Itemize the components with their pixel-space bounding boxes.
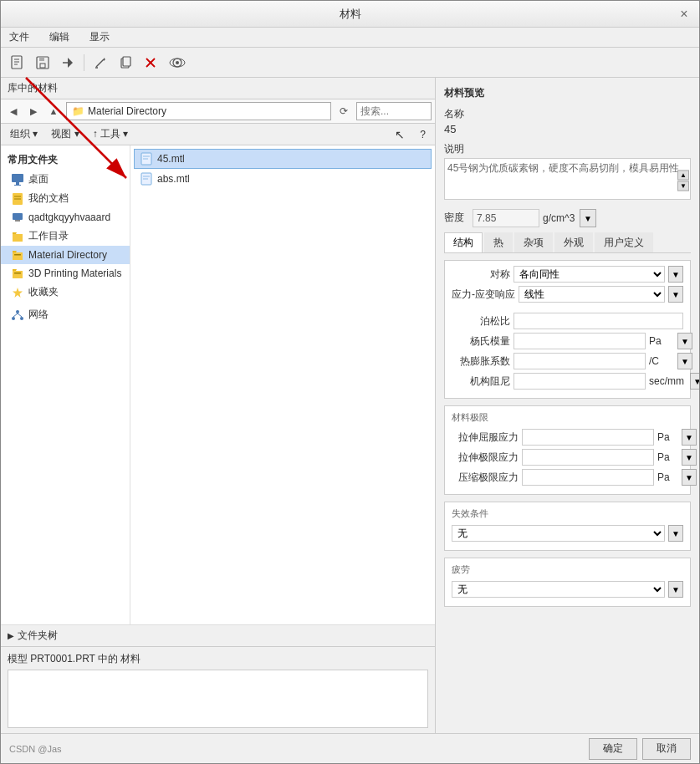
cancel-button[interactable]: 取消 — [642, 738, 691, 760]
file-list[interactable]: 45.mtl abs.mtl — [130, 145, 435, 624]
sidebar-label-3d-printing: 3D Printing Materials — [28, 267, 121, 279]
tools-button[interactable]: ↑ 工具 ▾ — [87, 125, 135, 144]
close-button[interactable]: × — [676, 6, 692, 23]
menu-edit[interactable]: 编辑 — [44, 28, 74, 46]
tensile-yield-input[interactable] — [522, 429, 654, 446]
sidebar-item-workdir[interactable]: 工作目录 — [1, 227, 130, 246]
thermal-expansion-unit: /C — [649, 355, 674, 367]
failure-dropdown[interactable]: ▼ — [668, 525, 683, 542]
breadcrumb-bar: ◀ ▶ ▲ 📁 Material Directory ⟳ — [1, 99, 435, 124]
menu-view[interactable]: 显示 — [84, 28, 115, 46]
tensile-yield-dropdown[interactable]: ▼ — [682, 429, 697, 446]
tensile-ultimate-dropdown[interactable]: ▼ — [682, 449, 697, 466]
stress-strain-dropdown[interactable]: ▼ — [668, 286, 683, 303]
file-name-abs: abs.mtl — [157, 173, 190, 185]
file-icon-abs — [140, 172, 153, 186]
toolbar — [1, 48, 699, 78]
save-button[interactable] — [31, 51, 54, 74]
stress-strain-select[interactable]: 线性 — [519, 286, 665, 303]
nav-back[interactable]: ◀ — [4, 103, 23, 120]
compressive-ultimate-unit: Pa — [657, 471, 678, 483]
description-textarea[interactable]: 45号钢为优质碳素钢，硬度不高易切削，模具易用性 — [444, 158, 691, 200]
file-item-45mtl[interactable]: 45.mtl — [134, 149, 432, 169]
documents-icon — [11, 192, 24, 206]
new-button[interactable] — [6, 51, 29, 74]
fatigue-row: 无 ▼ — [452, 581, 683, 598]
sidebar-item-computer[interactable]: qadtgkqyyhvaaard — [1, 208, 130, 227]
right-panel: 材料预览 名称 45 说明 45号钢为优质碳素钢，硬度不高易切削，模具易用性 ▲… — [436, 78, 699, 733]
name-label: 名称 — [444, 107, 691, 121]
sidebar-item-3d-printing[interactable]: 3D Printing Materials — [1, 264, 130, 283]
tabs: 结构 热 杂项 外观 用户定义 — [444, 232, 691, 253]
poisson-input[interactable] — [514, 313, 683, 329]
sidebar-label-network: 网络 — [28, 308, 49, 322]
left-panel-header: 库中的材料 — [1, 78, 435, 99]
compressive-ultimate-label: 压缩极限应力 — [452, 471, 519, 485]
name-group: 名称 45 — [444, 107, 691, 135]
fatigue-dropdown[interactable]: ▼ — [668, 581, 683, 598]
sidebar-label-workdir: 工作目录 — [28, 229, 69, 243]
density-row: 密度 g/cm^3 ▼ — [444, 209, 691, 227]
menu-file[interactable]: 文件 — [4, 28, 34, 46]
tensile-ultimate-input[interactable] — [522, 449, 654, 466]
compressive-ultimate-input[interactable] — [522, 469, 654, 486]
search-input[interactable] — [356, 102, 432, 120]
nav-up[interactable]: ▲ — [44, 103, 63, 120]
youngs-row: 杨氏模量 Pa ▼ — [452, 333, 683, 349]
tab-structure[interactable]: 结构 — [444, 232, 483, 252]
density-dropdown[interactable]: ▼ — [580, 209, 596, 227]
sidebar-item-desktop[interactable]: 桌面 — [1, 170, 130, 189]
tab-misc[interactable]: 杂项 — [514, 232, 553, 252]
youngs-dropdown[interactable]: ▼ — [677, 333, 692, 349]
refresh-button[interactable]: ⟳ — [335, 103, 353, 120]
poisson-row: 泊松比 — [452, 313, 683, 329]
thermal-expansion-input[interactable] — [514, 353, 646, 369]
tab-appearance[interactable]: 外观 — [554, 232, 593, 252]
svg-marker-10 — [104, 58, 105, 61]
density-input[interactable] — [473, 209, 539, 227]
thermal-expansion-row: 热膨胀系数 /C ▼ — [452, 353, 683, 369]
copy-button[interactable] — [114, 51, 137, 74]
failure-row: 无 ▼ — [452, 525, 683, 542]
cursor-button[interactable]: ↖ — [389, 125, 411, 144]
view-button[interactable]: 视图 ▾ — [45, 125, 84, 144]
failure-section: 失效条件 无 ▼ — [444, 502, 691, 551]
tab-thermal[interactable]: 热 — [484, 232, 513, 252]
file-item-absmtl[interactable]: abs.mtl — [134, 169, 432, 189]
sidebar-item-documents[interactable]: 我的文档 — [1, 189, 130, 208]
compressive-ultimate-dropdown[interactable]: ▼ — [682, 469, 697, 486]
failure-select[interactable]: 无 — [452, 525, 665, 542]
import-button[interactable] — [56, 51, 79, 74]
confirm-button[interactable]: 确定 — [589, 738, 637, 760]
material-dir-icon — [11, 248, 24, 262]
svg-rect-25 — [13, 213, 23, 220]
bottom-bar: CSDN @Jas 确定 取消 — [1, 733, 699, 763]
organize-button[interactable]: 组织 ▾ — [4, 125, 43, 144]
scroll-up-btn[interactable]: ▲ — [677, 170, 689, 180]
delete-button[interactable] — [139, 51, 162, 74]
sidebar-item-network[interactable]: 网络 — [1, 305, 130, 324]
svg-rect-27 — [14, 254, 21, 256]
nav-forward[interactable]: ▶ — [24, 103, 43, 120]
sidebar-item-favorites[interactable]: 收藏夹 — [1, 283, 130, 302]
tab-user-defined[interactable]: 用户定义 — [595, 232, 653, 252]
breadcrumb-text: Material Directory — [88, 105, 166, 117]
edit-button[interactable] — [89, 51, 112, 74]
svg-line-33 — [13, 313, 18, 317]
left-panel: 库中的材料 ◀ ▶ ▲ 📁 Material Directory ⟳ — [1, 78, 436, 733]
folder-tree-toggle[interactable]: ▶ 文件夹树 — [1, 624, 435, 646]
symmetry-select[interactable]: 各向同性 — [514, 266, 665, 283]
preview-button[interactable] — [164, 51, 191, 74]
symmetry-dropdown[interactable]: ▼ — [668, 266, 683, 283]
thermal-expansion-dropdown[interactable]: ▼ — [677, 353, 692, 369]
sidebar-item-material-dir[interactable]: Material Directory — [1, 246, 130, 264]
title-bar: 材料 × — [1, 1, 699, 28]
scroll-down-btn[interactable]: ▼ — [677, 181, 689, 191]
tensile-ultimate-unit: Pa — [657, 451, 678, 463]
damping-dropdown[interactable]: ▼ — [690, 373, 699, 390]
help-button[interactable]: ? — [414, 125, 432, 144]
fatigue-select[interactable]: 无 — [452, 581, 665, 598]
youngs-input[interactable] — [514, 333, 646, 349]
toolbar-separator — [84, 54, 84, 71]
damping-input[interactable] — [514, 373, 646, 390]
